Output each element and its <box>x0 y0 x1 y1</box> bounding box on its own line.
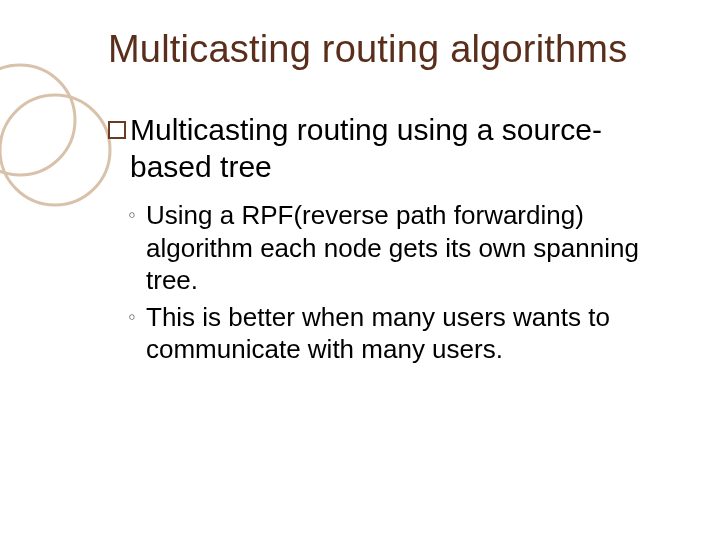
main-bullet: Multicasting routing using a source-base… <box>108 112 660 185</box>
sub-bullet-item: ◦ This is better when many users wants t… <box>128 301 660 366</box>
main-bullet-text: Multicasting routing using a source-base… <box>130 112 660 185</box>
ring-bullet-icon: ◦ <box>128 201 146 230</box>
sub-bullet-list: ◦ Using a RPF(reverse path forwarding) a… <box>128 199 660 366</box>
slide-body: Multicasting routing using a source-base… <box>108 112 660 370</box>
square-bullet-icon <box>108 121 126 139</box>
sub-bullet-text: This is better when many users wants to … <box>146 301 660 366</box>
svg-point-0 <box>0 65 75 175</box>
ring-bullet-icon: ◦ <box>128 303 146 332</box>
slide: Multicasting routing algorithms Multicas… <box>0 0 720 540</box>
svg-point-1 <box>0 95 110 205</box>
sub-bullet-item: ◦ Using a RPF(reverse path forwarding) a… <box>128 199 660 297</box>
sub-bullet-text: Using a RPF(reverse path forwarding) alg… <box>146 199 660 297</box>
slide-title: Multicasting routing algorithms <box>108 28 680 71</box>
decorative-circles <box>0 50 120 210</box>
